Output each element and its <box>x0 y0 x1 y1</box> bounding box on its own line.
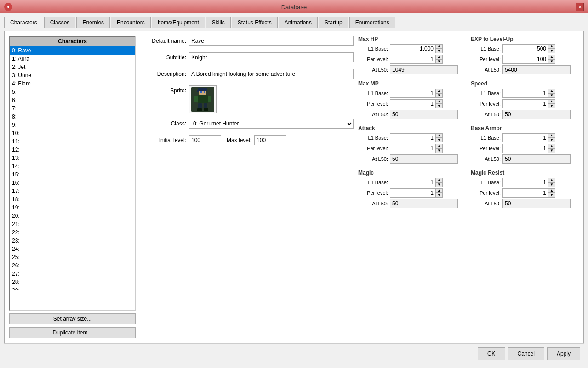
attack-l1-spin-down[interactable]: ▼ <box>435 138 443 142</box>
list-item[interactable]: 4: Flare <box>10 79 135 88</box>
list-item[interactable]: 16: <box>10 179 135 187</box>
list-item[interactable]: 26: <box>10 261 135 270</box>
base-armor-l1-spin-up[interactable]: ▲ <box>548 133 555 138</box>
list-item[interactable]: 8: <box>10 113 135 121</box>
class-select[interactable]: 0: Gorumet Hunter <box>189 119 354 129</box>
speed-l1-input[interactable] <box>502 89 548 98</box>
list-item[interactable]: 14: <box>10 162 135 170</box>
attack-per-level-input[interactable] <box>390 144 436 153</box>
magic-resist-l1-spin-up[interactable]: ▲ <box>548 178 555 182</box>
magic-l1-spin-down[interactable]: ▼ <box>435 182 443 187</box>
list-item[interactable]: 13: <box>10 154 135 162</box>
magic-l1-spin-up[interactable]: ▲ <box>435 178 443 182</box>
max-mp-per-level-spin-up[interactable]: ▲ <box>435 99 443 104</box>
list-item[interactable]: 2: Jet <box>10 63 135 71</box>
list-item[interactable]: 21: <box>10 220 135 228</box>
tab-characters[interactable]: Characters <box>4 17 43 28</box>
magic-resist-per-level-input[interactable] <box>502 188 548 198</box>
attack-l1-input[interactable] <box>390 133 436 142</box>
base-armor-l1-input[interactable] <box>502 133 548 142</box>
sprite-box[interactable] <box>189 85 217 113</box>
tab-status-effects[interactable]: Status Effects <box>232 17 278 28</box>
magic-resist-per-level-spin-up[interactable]: ▲ <box>548 188 555 193</box>
speed-l1-spin-up[interactable]: ▲ <box>548 89 555 93</box>
max-mp-per-level-spin-down[interactable]: ▼ <box>435 104 443 108</box>
list-item[interactable]: 17: <box>10 187 135 195</box>
initial-level-input[interactable] <box>189 135 221 145</box>
list-item[interactable]: 25: <box>10 253 135 261</box>
exp-l1-input[interactable] <box>502 44 548 53</box>
list-item[interactable]: 1: Aura <box>10 55 135 63</box>
exp-l1-spin-down[interactable]: ▼ <box>548 49 555 53</box>
list-item[interactable]: 6: <box>10 96 135 104</box>
list-item[interactable]: 19: <box>10 204 135 212</box>
exp-l1-spin-up[interactable]: ▲ <box>548 44 555 49</box>
set-array-size-button[interactable]: Set array size... <box>9 313 136 324</box>
speed-per-level-spin-up[interactable]: ▲ <box>548 99 555 104</box>
tab-items[interactable]: Items/Equipment <box>152 17 205 28</box>
duplicate-item-button[interactable]: Duplicate item... <box>9 327 136 338</box>
list-item[interactable]: 12: <box>10 146 135 154</box>
max-hp-per-level-spin-up[interactable]: ▲ <box>435 55 443 59</box>
attack-per-level-spin-down[interactable]: ▼ <box>435 148 443 153</box>
subtitle-input[interactable] <box>189 52 354 62</box>
speed-per-level-input[interactable] <box>502 99 548 108</box>
list-item[interactable]: 3: Unne <box>10 71 135 79</box>
exp-per-level-spin-up[interactable]: ▲ <box>548 55 555 59</box>
magic-resist-per-level-spin-down[interactable]: ▼ <box>548 193 555 198</box>
description-input[interactable] <box>189 69 354 79</box>
list-item[interactable]: 29: <box>10 286 135 290</box>
tab-animations[interactable]: Animations <box>279 17 318 28</box>
magic-per-level-spin-up[interactable]: ▲ <box>435 188 443 193</box>
attack-l1-spin-up[interactable]: ▲ <box>435 133 443 138</box>
max-hp-per-level-spin-down[interactable]: ▼ <box>435 59 443 64</box>
base-armor-per-level-spin-up[interactable]: ▲ <box>548 144 555 148</box>
magic-per-level-input[interactable] <box>390 188 436 198</box>
exp-per-level-spin-down[interactable]: ▼ <box>548 59 555 64</box>
base-armor-per-level-input[interactable] <box>502 144 548 153</box>
cancel-button[interactable]: Cancel <box>508 347 544 360</box>
list-item[interactable]: 10: <box>10 129 135 137</box>
max-mp-l1-spin-down[interactable]: ▼ <box>435 93 443 98</box>
magic-per-level-spin-down[interactable]: ▼ <box>435 193 443 198</box>
default-name-input[interactable] <box>189 36 354 46</box>
close-button[interactable]: ✕ <box>576 3 584 11</box>
list-item[interactable]: 0: Rave <box>10 46 135 55</box>
max-mp-l1-input[interactable] <box>390 89 436 98</box>
ok-button[interactable]: OK <box>478 347 505 360</box>
list-item[interactable]: 15: <box>10 170 135 179</box>
max-mp-l1-spin-up[interactable]: ▲ <box>435 89 443 93</box>
tab-encounters[interactable]: Encounters <box>111 17 151 28</box>
base-armor-l1-spin-down[interactable]: ▼ <box>548 138 555 142</box>
character-list[interactable]: 0: Rave 1: Aura 2: Jet 3: Unne 4: Flare … <box>10 46 135 290</box>
max-hp-l1-spin-down[interactable]: ▼ <box>435 49 443 53</box>
apply-button[interactable]: Apply <box>547 347 580 360</box>
max-level-input[interactable] <box>254 135 286 145</box>
list-item[interactable]: 23: <box>10 237 135 245</box>
tab-enemies[interactable]: Enemies <box>76 17 110 28</box>
speed-per-level-spin-down[interactable]: ▼ <box>548 104 555 108</box>
magic-resist-l1-input[interactable] <box>502 178 548 187</box>
list-item[interactable]: 24: <box>10 245 135 253</box>
max-hp-l1-spin-up[interactable]: ▲ <box>435 44 443 49</box>
list-item[interactable]: 20: <box>10 212 135 220</box>
tab-startup[interactable]: Startup <box>319 17 348 28</box>
magic-resist-l1-spin-down[interactable]: ▼ <box>548 182 555 187</box>
list-item[interactable]: 18: <box>10 195 135 204</box>
list-item[interactable]: 5: <box>10 88 135 96</box>
speed-l1-spin-down[interactable]: ▼ <box>548 93 555 98</box>
max-hp-l1-input[interactable] <box>390 44 436 53</box>
list-item[interactable]: 28: <box>10 278 135 286</box>
list-item[interactable]: 27: <box>10 270 135 278</box>
list-item[interactable]: 11: <box>10 137 135 146</box>
tab-classes[interactable]: Classes <box>44 17 76 28</box>
magic-l1-input[interactable] <box>390 178 436 187</box>
exp-per-level-input[interactable] <box>502 55 548 64</box>
tab-enumerations[interactable]: Enumerations <box>349 17 395 28</box>
attack-per-level-spin-up[interactable]: ▲ <box>435 144 443 148</box>
list-item[interactable]: 7: <box>10 104 135 113</box>
tab-skills[interactable]: Skills <box>206 17 231 28</box>
max-mp-per-level-input[interactable] <box>390 99 436 108</box>
list-item[interactable]: 22: <box>10 228 135 237</box>
max-hp-per-level-input[interactable] <box>390 55 436 64</box>
